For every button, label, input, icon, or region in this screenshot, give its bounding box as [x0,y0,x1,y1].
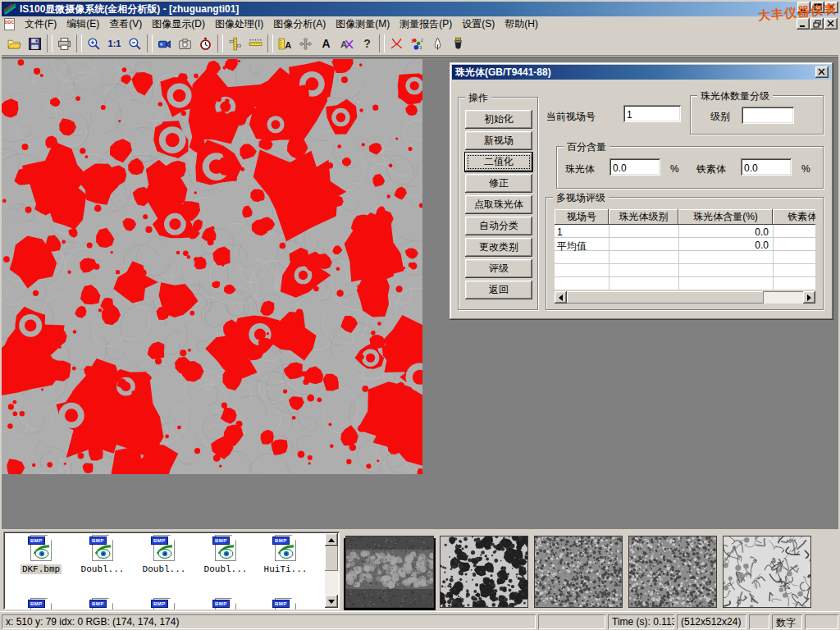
scroll-down-button[interactable] [325,595,338,608]
file-name[interactable]: HuiTi... [262,564,309,574]
menu-file[interactable]: 文件(F) [20,16,62,33]
thumbnail-3[interactable] [534,536,623,608]
classify-points-button[interactable]: 123 [407,34,427,53]
delete-text-button[interactable]: A [336,34,357,53]
menu-image-measure[interactable]: 图像测量(M) [331,16,395,33]
pen-tool-button[interactable] [427,34,448,53]
thumbnail-1[interactable] [345,536,434,608]
scroll-left-button[interactable] [555,291,567,304]
move-cross-icon [299,37,313,51]
title-bar[interactable]: IS100显微摄像系统(金相分析版) - [zhuguangti01] [2,2,838,16]
micrograph-image[interactable] [2,59,422,474]
new-field-button[interactable]: 新视场 [465,131,532,150]
file-name[interactable]: Doubl... [141,564,188,574]
menu-measure-report[interactable]: 测量报告(P) [395,16,457,33]
col-header-content[interactable]: 珠光体含量(%) [678,209,773,225]
text-tool-button[interactable]: A [316,34,336,53]
help-icon: ? [363,37,371,50]
file-item[interactable]: BMP [196,598,255,609]
scroll-right-button[interactable] [803,291,815,304]
col-header-ferrite[interactable]: 铁素体含量(%) [773,209,815,225]
video-capture-button[interactable] [154,34,175,53]
file-item[interactable]: BMP [256,598,315,609]
auto-classify-button[interactable]: 自动分类 [465,217,532,235]
text-delete-icon: A [340,37,354,51]
grading-group-label: 珠光体数量分级 [697,89,773,103]
grading-table: 视场号 珠光体级别 珠光体含量(%) 铁素体含量(%) 1 0.0 平均值 0.… [555,209,815,290]
mdi-restore-button[interactable] [810,18,824,30]
menu-settings[interactable]: 设置(S) [457,16,500,33]
print-button[interactable] [54,34,75,53]
current-view-label: 当前视场号 [546,110,596,124]
col-header-grade[interactable]: 珠光体级别 [609,209,678,225]
menu-view[interactable]: 查看(V) [104,16,147,33]
save-floppy-icon [28,37,42,51]
svg-text:2: 2 [421,39,423,43]
table-row-field[interactable]: 平均值 [557,240,587,253]
init-button[interactable]: 初始化 [465,110,532,129]
file-name[interactable]: Doubl... [80,564,126,574]
pearlite-percent-input[interactable] [609,158,660,176]
file-list-scrollbar[interactable] [325,533,338,608]
dialog-close-button[interactable] [815,66,829,78]
caliper-measure-button[interactable] [225,34,245,53]
table-row-value[interactable]: 0.0 [678,226,769,238]
mdi-close-button[interactable] [824,18,838,30]
percent-sign: % [801,163,810,175]
actual-size-button[interactable]: 1:1 [104,34,125,53]
camera-icon [178,37,192,51]
red-curve-icon [390,37,404,51]
thumbnail-4[interactable] [628,536,717,608]
document-icon[interactable]: DOC [4,18,15,30]
current-view-input[interactable] [623,105,681,122]
return-button[interactable]: 返回 [465,281,532,299]
file-item[interactable]: BMP Doubl... [135,535,194,574]
file-item[interactable]: BMP HuiTi... [256,535,315,574]
timer-button[interactable] [195,34,216,53]
col-header-field[interactable]: 视场号 [555,209,609,225]
file-item[interactable]: BMP DKF.bmp [11,535,71,574]
change-class-button[interactable]: 更改类别 [465,238,532,257]
open-file-button[interactable] [4,34,25,53]
grade-input[interactable] [742,107,794,124]
pick-pearlite-button[interactable]: 点取珠光体 [465,195,532,214]
correct-button[interactable]: 修正 [465,174,532,193]
scroll-thumb[interactable] [567,291,764,304]
zoom-out-button[interactable] [125,34,145,53]
table-row-field[interactable]: 1 [557,226,563,238]
thumbnail-5[interactable] [723,536,811,608]
help-button[interactable]: ? [357,34,377,53]
file-item[interactable]: BMP [73,598,132,609]
zoom-in-button[interactable] [84,34,104,53]
file-item[interactable]: BMP Doubl... [196,535,255,574]
save-button[interactable] [25,34,45,53]
ruler-measure-button[interactable] [245,34,266,53]
ferrite-percent-input[interactable] [741,158,792,176]
menu-image-analysis[interactable]: 图像分析(A) [268,16,331,33]
thumbnail-2[interactable] [440,536,528,608]
scroll-thumb[interactable] [325,546,338,571]
table-horizontal-scrollbar[interactable] [555,291,815,304]
table-row-value[interactable]: 0.0 [678,240,769,251]
menu-image-processing[interactable]: 图像处理(I) [210,16,268,33]
grade-button[interactable]: 评级 [465,259,532,278]
menu-edit[interactable]: 编辑(E) [62,16,104,33]
file-name[interactable]: Doubl... [203,564,249,574]
status-empty-panel [538,614,605,629]
menu-help[interactable]: 帮助(H) [500,16,543,33]
toolbar-separator [267,34,273,52]
scroll-up-button[interactable] [325,533,338,546]
curve-tool-button[interactable] [386,34,407,53]
file-item[interactable]: BMP Doubl... [73,535,132,574]
snapshot-button[interactable] [175,34,195,53]
menu-image-display[interactable]: 图像显示(D) [147,16,210,33]
file-name-selected[interactable]: DKF.bmp [21,564,62,574]
brush-tool-button[interactable] [448,34,468,53]
bmp-file-icon: BMP [89,535,116,563]
scale-annotation-button[interactable]: A [275,34,295,53]
file-item[interactable]: BMP [11,598,71,609]
file-item[interactable]: BMP [135,598,194,609]
move-tool-button[interactable] [295,34,316,53]
dialog-title-bar[interactable]: 珠光体(GB/T9441-88) [452,65,831,80]
binarize-button[interactable]: 二值化 [465,153,532,171]
